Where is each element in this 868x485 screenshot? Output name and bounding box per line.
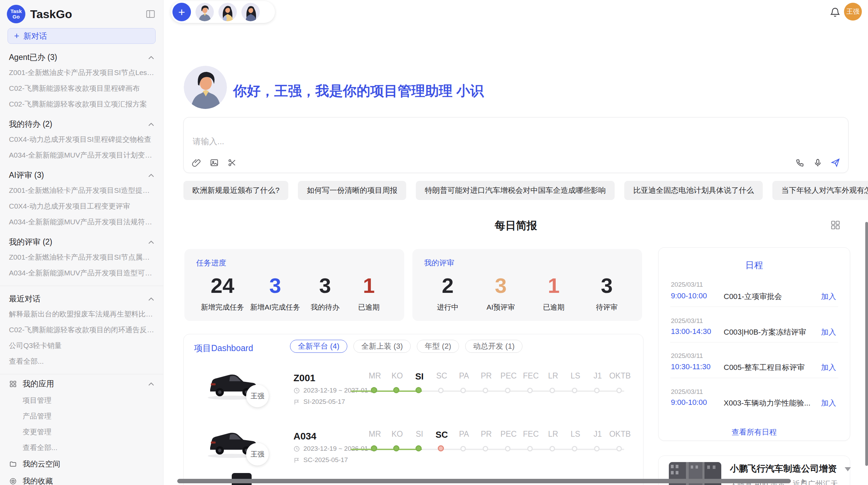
add-workspace-button[interactable]: + xyxy=(172,3,191,21)
vertical-scrollbar[interactable] xyxy=(865,222,868,466)
view-all-schedule[interactable]: 查看所有日程 xyxy=(659,427,850,437)
sidebar-item-cloud-space[interactable]: 我的云空间 xyxy=(0,456,163,473)
owner-name: 王强 xyxy=(251,391,264,401)
list-item[interactable]: C0X4-动力总成开发项目SI里程碑提交物检查 xyxy=(0,132,163,147)
filter-powertrain[interactable]: 动总开发 (1) xyxy=(465,340,522,353)
divider xyxy=(670,307,838,307)
stat-ai-prereview: 3 AI预评审 xyxy=(482,274,520,312)
join-button[interactable]: 加入 xyxy=(821,327,836,337)
list-item[interactable]: A034-全新新能源MUV产品开发项目法规符合性评审 xyxy=(0,214,163,230)
user-avatar[interactable]: 王强 xyxy=(844,3,862,21)
milestone-dot xyxy=(483,446,488,451)
filter-new-platform[interactable]: 全新平台 (4) xyxy=(290,340,347,353)
stat-pending-review: 3 待评审 xyxy=(588,274,626,312)
member-avatar-1[interactable] xyxy=(195,3,214,21)
stat-in-progress: 2 进行中 xyxy=(429,274,467,312)
owner-name: 王强 xyxy=(251,450,264,459)
list-item[interactable]: A034-全新新能源MUV产品开发项目计划变更表编写 xyxy=(0,147,163,163)
suggestion-chip[interactable]: 当下年轻人对汽车外观有怎样的喜好趋势 xyxy=(772,181,868,200)
section-my-todo[interactable]: 我的待办 (2) xyxy=(0,112,163,132)
filter-year-model[interactable]: 年型 (2) xyxy=(417,340,459,353)
logo-text-2: Go xyxy=(13,14,20,20)
project-code: Z001 xyxy=(293,373,315,384)
schedule-date: 2025/03/11 xyxy=(671,281,703,288)
milestone-track: MR KO SI SC PA PR PEC FEC LR LS J1 OKTB xyxy=(364,371,631,402)
suggestion-chip[interactable]: 特朗普可能对进口汽车增税会对中国车企造成哪些影响 xyxy=(416,181,615,200)
list-item[interactable]: 公司Q3轻卡销量 xyxy=(0,338,163,353)
notification-bell-icon[interactable] xyxy=(830,7,841,18)
section-ai-review[interactable]: AI评审 (3) xyxy=(0,163,163,183)
layout-grid-icon[interactable] xyxy=(830,220,841,230)
assistant-avatar xyxy=(184,66,227,109)
view-all-apps[interactable]: 查看全部... xyxy=(0,440,163,456)
phone-icon[interactable] xyxy=(795,158,805,168)
list-item[interactable]: C02-飞腾新能源轻客改款项目里程碑画布 xyxy=(0,80,163,96)
milestone-dot xyxy=(594,446,600,451)
chat-input[interactable] xyxy=(192,136,706,147)
join-button[interactable]: 加入 xyxy=(821,398,836,408)
news-title: 小鹏飞行汽车制造公司增资 xyxy=(730,463,837,475)
list-item[interactable]: Z001-全新燃油轻卡产品开发项目SI造型提交物评审 xyxy=(0,183,163,198)
suggestion-chip[interactable]: 如何写一份清晰的项目周报 xyxy=(298,181,406,200)
image-icon[interactable] xyxy=(209,158,219,168)
section-title: 最近对话 xyxy=(9,294,40,304)
attachment-icon[interactable] xyxy=(191,158,202,168)
suggestion-chip[interactable]: 比亚迪全固态电池计划具体说了什么 xyxy=(624,181,763,200)
milestone-dot xyxy=(505,446,510,451)
sidebar-collapse-icon[interactable] xyxy=(145,8,156,20)
suggestion-chip[interactable]: 欧洲新规最近颁布了什么? xyxy=(183,181,288,200)
milestone-dot xyxy=(371,387,377,393)
stat-ai-done: 3 新增AI完成任务 xyxy=(250,274,300,312)
milestone-line-done xyxy=(351,449,422,450)
scissors-icon[interactable] xyxy=(227,158,237,168)
list-item[interactable]: Z001-全新燃油皮卡产品开发项目SI节点Lesson Learn报告 xyxy=(0,65,163,80)
view-all-chats[interactable]: 查看全部... xyxy=(0,353,163,369)
list-item[interactable]: C02-飞腾新能源轻客改款项目的闭环通告反馈情况 xyxy=(0,322,163,338)
milestone-dot xyxy=(393,445,399,451)
list-item[interactable]: Z001-全新燃油轻卡产品开发项目SI节点属性5D文件评审 xyxy=(0,249,163,265)
new-chat-button[interactable]: + 新对话 xyxy=(8,28,156,44)
greeting-text: 你好，王强，我是你的项目管理助理 小识 xyxy=(233,82,484,100)
app-title: TaskGo xyxy=(30,8,145,21)
sidebar-header: Task Go TaskGo xyxy=(0,0,163,25)
join-button[interactable]: 加入 xyxy=(821,291,836,302)
list-item[interactable]: C0X4-动力总成开发项目工程变更评审 xyxy=(0,198,163,214)
horizontal-scrollbar[interactable] xyxy=(177,479,791,483)
stat-review-overdue: 1 已逾期 xyxy=(535,274,572,312)
milestone-dot xyxy=(415,387,422,393)
join-button[interactable]: 加入 xyxy=(821,362,836,373)
stat-my-todo: 3 我的待办 xyxy=(306,274,344,312)
send-icon[interactable] xyxy=(830,158,841,168)
list-item[interactable]: C02-飞腾新能源轻客改款项目立项汇报方案 xyxy=(0,96,163,112)
sidebar-item-change-mgmt[interactable]: 变更管理 xyxy=(0,424,163,440)
sidebar-item-favorites[interactable]: 我的收藏 xyxy=(0,473,163,485)
milestone-dot xyxy=(371,445,377,451)
sidebar-item-product-mgmt[interactable]: 产品管理 xyxy=(0,408,163,424)
sidebar-item-project-mgmt[interactable]: 项目管理 xyxy=(0,393,163,408)
divider xyxy=(0,374,163,374)
scroll-down-arrow[interactable] xyxy=(845,467,851,471)
input-actions xyxy=(795,158,841,168)
chevron-up-icon xyxy=(148,122,154,126)
plus-icon: + xyxy=(14,30,19,41)
schedule-time: 13:00-14:30 xyxy=(671,327,711,336)
filter-new-body[interactable]: 全新上装 (3) xyxy=(353,340,411,353)
microphone-icon[interactable] xyxy=(812,158,823,168)
section-my-review[interactable]: 我的评审 (2) xyxy=(0,230,163,249)
list-item[interactable]: A034-全新新能源MUV产品开发项目造型可行性评审 xyxy=(0,265,163,281)
sidebar-item-my-apps[interactable]: 我的应用 xyxy=(0,375,163,393)
list-item[interactable]: 解释最新出台的欧盟报废车法规再生塑料比例被调至15%... xyxy=(0,306,163,322)
section-recent-chats[interactable]: 最近对话 xyxy=(0,287,163,306)
member-avatar-2[interactable] xyxy=(218,3,237,21)
input-attachments xyxy=(191,158,237,168)
milestone-dot xyxy=(550,446,555,451)
chevron-up-icon xyxy=(148,240,154,244)
milestone-line-done xyxy=(351,390,422,392)
my-review-card: 我的评审 2 进行中 3 AI预评审 1 已逾期 3 待评审 xyxy=(412,249,642,321)
taskgo-logo: Task Go xyxy=(7,5,25,23)
chat-input-card xyxy=(183,117,848,173)
task-progress-card: 任务进度 24 新增完成任务 3 新增AI完成任务 3 我的待办 1 已逾期 xyxy=(184,249,404,321)
member-avatar-3[interactable] xyxy=(241,3,260,21)
section-agent-done[interactable]: Agent已办 (3) xyxy=(0,45,163,65)
scroll-right-arrow[interactable] xyxy=(802,479,806,484)
